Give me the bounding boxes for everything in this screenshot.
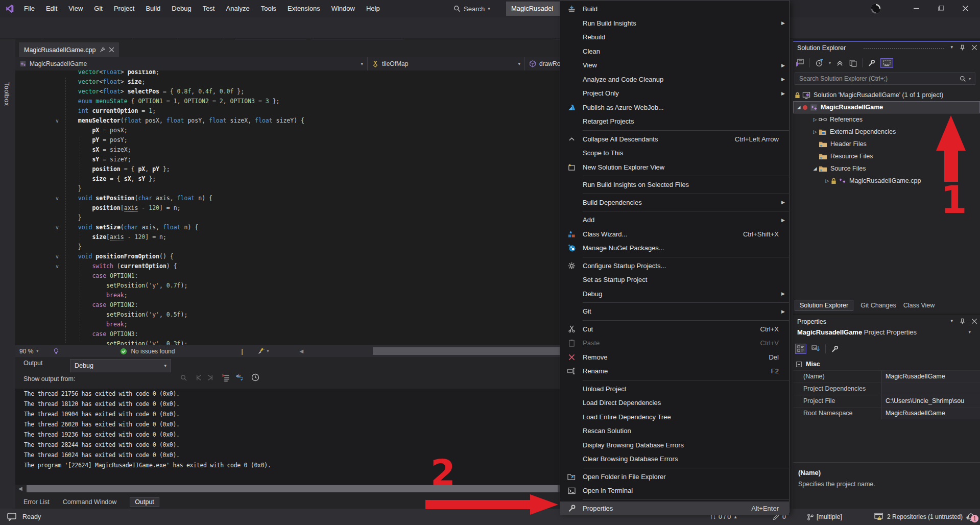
code-line[interactable]: void setPosition(char axis, float n) { xyxy=(64,194,304,203)
code-line[interactable]: setPosition('y', 0.7f); xyxy=(64,281,304,291)
word-wrap-icon[interactable]: ab xyxy=(236,373,245,381)
chevron-down-icon[interactable]: ▾ xyxy=(267,349,269,353)
toolbox-tab[interactable]: Toolbox xyxy=(3,82,10,106)
code-cleanup-broom-icon[interactable] xyxy=(257,347,265,355)
code-line[interactable]: vector<float> selectPos = { 0.8f, 0.4f, … xyxy=(64,87,304,97)
property-row-project-file[interactable]: Project FileC:\Users\Uncle_Shrimp\sou xyxy=(793,395,980,407)
menu-item-display-browsing-database-errors[interactable]: Display Browsing Database Errors xyxy=(560,438,789,452)
property-value[interactable]: MagicRusadelIGame xyxy=(881,371,980,383)
close-button[interactable] xyxy=(953,0,977,16)
menu-item-unload-project[interactable]: Unload Project xyxy=(560,382,789,396)
menu-item-properties[interactable]: PropertiesAlt+Enter xyxy=(560,502,789,516)
code-line[interactable]: case OPTION2: xyxy=(64,300,304,310)
property-pages-wrench-icon[interactable] xyxy=(831,345,839,353)
pin-icon[interactable] xyxy=(960,44,965,51)
scroll-left-icon[interactable]: ◀ xyxy=(18,486,22,491)
menu-item-load-entire-dependency-tree[interactable]: Load Entire Dependency Tree xyxy=(560,410,789,424)
menu-item-git[interactable]: Git▶ xyxy=(560,304,789,319)
menu-item-new-solution-explorer-view[interactable]: New Solution Explorer View xyxy=(560,160,789,175)
menu-item-load-direct-dependencies[interactable]: Load Direct Dependencies xyxy=(560,396,789,410)
menu-item-paste[interactable]: PasteCtrl+V xyxy=(560,336,789,350)
menubar-item-window[interactable]: Window xyxy=(326,0,361,17)
menu-item-remove[interactable]: RemoveDel xyxy=(560,350,789,365)
code-line[interactable]: break; xyxy=(64,320,304,329)
close-icon[interactable] xyxy=(109,47,114,52)
copilot-spinner-icon[interactable] xyxy=(870,3,882,15)
chevron-down-icon[interactable]: ▾ xyxy=(829,61,831,65)
code-line[interactable]: setPosition('y', 0.5f); xyxy=(64,310,304,320)
notifications-bell[interactable]: 1 xyxy=(967,513,975,521)
code-line[interactable]: pY = posY; xyxy=(64,135,304,145)
code-line[interactable]: sX = sizeX; xyxy=(64,145,304,155)
tree-item-solution-magicrusadeligame-1-of-1-project[interactable]: Solution 'MagicRusadelIGame' (1 of 1 pro… xyxy=(793,89,980,101)
menubar-item-help[interactable]: Help xyxy=(361,0,386,17)
pin-icon[interactable] xyxy=(960,318,965,324)
alphabetical-sort-icon[interactable]: AZ xyxy=(811,345,820,353)
menubar-item-file[interactable]: File xyxy=(18,0,40,17)
quick-actions-icon[interactable] xyxy=(53,348,60,355)
expander-open-icon[interactable]: ◢ xyxy=(811,166,819,171)
properties-object-selector[interactable]: MagicRusadelIGame Project Properties ▾ xyxy=(797,328,976,336)
code-line[interactable]: case OPTION3: xyxy=(64,329,304,339)
fold-collapse-icon[interactable]: ∨ xyxy=(53,116,61,126)
menu-item-build[interactable]: Build xyxy=(560,2,789,16)
menubar-item-git[interactable]: Git xyxy=(88,0,108,17)
tab-solution-explorer[interactable]: Solution Explorer xyxy=(795,300,853,311)
code-line[interactable]: break; xyxy=(64,291,304,300)
goto-next-message-icon[interactable] xyxy=(206,374,214,381)
menu-item-add[interactable]: Add▶ xyxy=(560,213,789,227)
property-row-name[interactable]: (Name)MagicRusadelIGame xyxy=(793,370,980,383)
switch-views-icon[interactable] xyxy=(795,59,804,67)
code-line[interactable]: vector<float> size; xyxy=(64,77,304,87)
property-row-root-namespace[interactable]: Root NamespaceMagicRusadelIGame xyxy=(793,407,980,419)
window-position-icon[interactable]: ▾ xyxy=(950,44,953,51)
document-tab[interactable]: MagicRusadelIGame.cpp xyxy=(19,42,119,57)
menu-item-analyze-and-code-cleanup[interactable]: Analyze and Code Cleanup▶ xyxy=(560,73,789,87)
menu-item-open-folder-in-file-explorer[interactable]: Open Folder in File Explorer xyxy=(560,470,789,484)
code-line[interactable]: void setSize(char axis, float n) { xyxy=(64,223,304,232)
menu-item-rename[interactable]: RenameF2 xyxy=(560,364,789,378)
menu-item-collapse-all-descendants[interactable]: Collapse All DescendantsCtrl+Left Arrow xyxy=(560,132,789,147)
tab-error-list[interactable]: Error List xyxy=(23,498,50,506)
fold-collapse-icon[interactable]: ∨ xyxy=(53,194,61,203)
window-position-icon[interactable]: ▾ xyxy=(950,318,953,324)
tab-command-window[interactable]: Command Window xyxy=(63,498,117,506)
code-line[interactable]: sY = sizeY; xyxy=(64,155,304,164)
properties-wrench-icon[interactable] xyxy=(868,59,875,67)
menu-item-project-only[interactable]: Project Only▶ xyxy=(560,86,789,101)
code-line[interactable]: switch (currentOption) { xyxy=(64,261,304,271)
menu-item-run-build-insights[interactable]: Run Build Insights▶ xyxy=(560,16,789,31)
menubar-item-project[interactable]: Project xyxy=(108,0,140,17)
menubar-item-debug[interactable]: Debug xyxy=(166,0,197,17)
editor-zoom-level[interactable]: 90 % xyxy=(19,348,33,355)
property-row-project-dependencies[interactable]: Project Dependencies xyxy=(793,383,980,395)
code-line[interactable]: enum menuState { OPTION1 = 1, OPTION2 = … xyxy=(64,97,304,106)
property-value[interactable] xyxy=(881,383,980,395)
code-line[interactable]: pX = posX; xyxy=(64,126,304,135)
code-line[interactable]: } xyxy=(64,184,304,194)
code-line[interactable]: vector<float> position; xyxy=(64,70,304,77)
scroll-left-icon[interactable]: ◀ xyxy=(300,348,304,354)
menubar-item-extensions[interactable]: Extensions xyxy=(282,0,326,17)
editor-horizontal-scrollbar[interactable] xyxy=(373,347,572,355)
property-value[interactable]: C:\Users\Uncle_Shrimp\sou xyxy=(881,395,980,407)
menu-item-debug[interactable]: Debug▶ xyxy=(560,287,789,301)
panel-splitter[interactable] xyxy=(790,39,793,509)
code-line[interactable]: setPosition('y', 0.3f); xyxy=(64,339,304,345)
menu-item-rebuild[interactable]: Rebuild xyxy=(560,30,789,44)
menu-item-retarget-projects[interactable]: Retarget Projects xyxy=(560,114,789,129)
code-line[interactable]: size = { sX, sY }; xyxy=(64,174,304,184)
collapse-box-icon[interactable] xyxy=(796,362,802,367)
menubar-item-build[interactable]: Build xyxy=(140,0,166,17)
health-status[interactable]: No issues found xyxy=(131,348,175,355)
code-line[interactable]: } xyxy=(64,213,304,223)
menu-item-clear-browsing-database-errors[interactable]: Clear Browsing Database Errors xyxy=(560,452,789,466)
menubar-item-analyze[interactable]: Analyze xyxy=(220,0,255,17)
code-line[interactable]: position = { pX, pY }; xyxy=(64,164,304,174)
menu-item-cut[interactable]: CutCtrl+X xyxy=(560,322,789,337)
menu-item-scope-to-this[interactable]: Scope to This xyxy=(560,146,789,160)
menubar-item-tools[interactable]: Tools xyxy=(255,0,282,17)
menu-item-build-dependencies[interactable]: Build Dependencies▶ xyxy=(560,196,789,210)
menu-item-clean[interactable]: Clean xyxy=(560,44,789,59)
code-line[interactable]: position[axis - 120] = n; xyxy=(64,203,304,213)
